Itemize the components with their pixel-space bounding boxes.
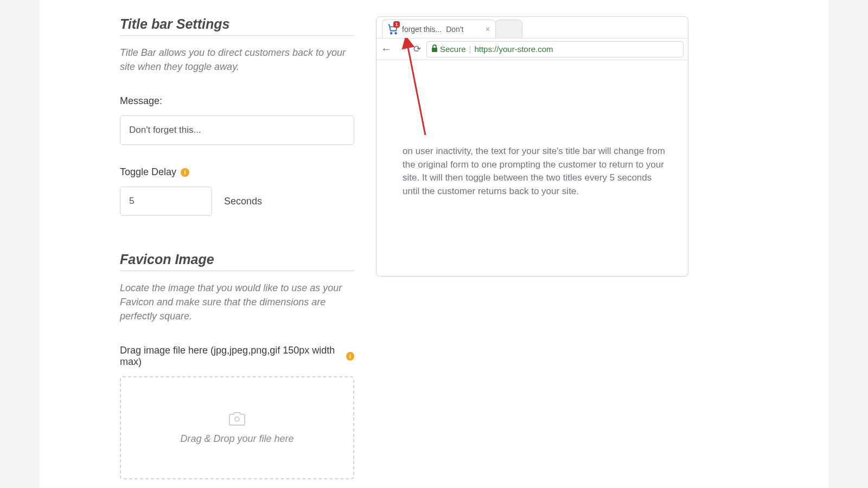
seconds-label: Seconds — [224, 196, 262, 207]
toggle-delay-input[interactable] — [120, 187, 212, 216]
svg-point-0 — [391, 32, 392, 34]
favicon-dropzone[interactable]: Drag & Drop your file here — [120, 376, 354, 479]
browser-tabs: 1 forget this... Don't × — [376, 17, 688, 38]
reload-icon: ⟳ — [413, 43, 421, 55]
dropzone-text: Drag & Drop your file here — [180, 433, 293, 445]
drag-image-label-text: Drag image file here (jpg,jpeg,png,gif 1… — [120, 345, 342, 368]
toggle-delay-label-text: Toggle Delay — [120, 166, 176, 178]
tab-title-2: Don't — [446, 25, 463, 34]
camera-icon — [229, 412, 245, 428]
svg-point-1 — [395, 32, 397, 34]
preview-explainer-text: on user inactivity, the text for your si… — [376, 60, 688, 209]
browser-toolbar: ← → ⟳ Secure | — [376, 38, 688, 60]
toggle-delay-label: Toggle Delay i — [120, 166, 354, 178]
section-description-titlebar: Title Bar allows you to direct customers… — [120, 46, 354, 74]
url-divider: | — [469, 44, 471, 54]
message-label: Message: — [120, 95, 354, 107]
cart-favicon-icon: 1 — [387, 23, 399, 35]
forward-arrow-icon: → — [397, 43, 408, 55]
section-description-favicon: Locate the image that you would like to … — [120, 281, 354, 323]
url-text: https://your-store.com — [474, 44, 553, 54]
back-arrow-icon: ← — [381, 43, 392, 55]
browser-tab-active: 1 forget this... Don't × — [382, 20, 496, 38]
tab-title-1: forget this... — [402, 25, 442, 34]
message-input[interactable] — [120, 115, 354, 145]
browser-preview: 1 forget this... Don't × ← → ⟳ — [376, 16, 688, 277]
secure-label: Secure — [440, 44, 466, 54]
close-icon: × — [486, 25, 490, 33]
section-divider — [120, 35, 354, 36]
cart-badge: 1 — [393, 21, 400, 28]
drag-image-label: Drag image file here (jpg,jpeg,png,gif 1… — [120, 345, 354, 368]
secure-badge: Secure — [431, 44, 466, 54]
info-icon[interactable]: i — [346, 352, 354, 361]
svg-rect-2 — [432, 48, 437, 52]
section-title-titlebar: Title bar Settings — [120, 16, 354, 32]
address-bar: Secure | https://your-store.com — [426, 41, 684, 57]
info-icon[interactable]: i — [181, 168, 189, 177]
section-title-favicon: Favicon Image — [120, 252, 354, 267]
lock-icon — [431, 44, 438, 54]
browser-tab-inactive — [495, 20, 522, 38]
section-divider-favicon — [120, 271, 354, 271]
